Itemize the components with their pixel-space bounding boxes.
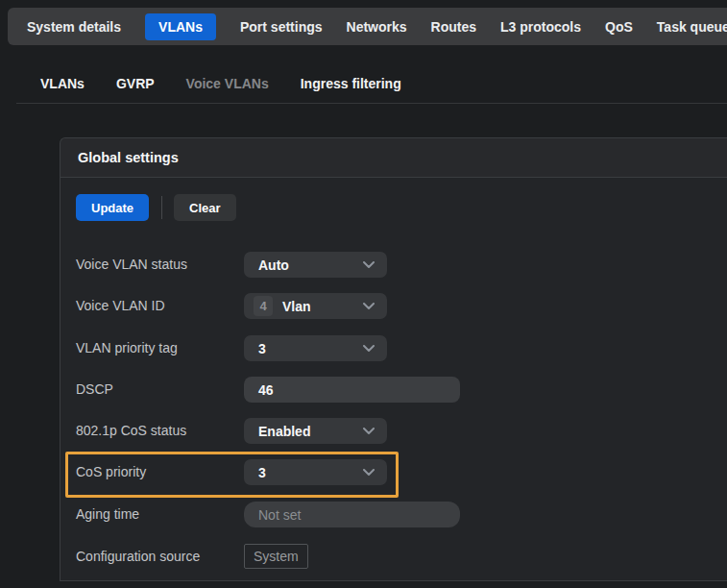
select-value: Vlan bbox=[282, 299, 311, 314]
tab-system-details[interactable]: System details bbox=[27, 19, 121, 35]
row-aging-time: Aging time Not set bbox=[76, 502, 727, 527]
field-label: Voice VLAN ID bbox=[76, 293, 165, 319]
sub-navigation: VLANs GVRP Voice VLANs Ingress filtering bbox=[40, 76, 401, 91]
tab-networks[interactable]: Networks bbox=[347, 19, 407, 35]
row-voice-vlan-id: Voice VLAN ID 4 Vlan bbox=[76, 293, 727, 319]
field-label: 802.1p CoS status bbox=[76, 418, 186, 444]
top-navigation: System details VLANs Port settings Netwo… bbox=[8, 8, 727, 45]
configuration-source-value: System bbox=[244, 544, 308, 569]
subtab-ingress-filtering[interactable]: Ingress filtering bbox=[301, 76, 401, 91]
button-separator bbox=[161, 196, 162, 219]
field-label: Configuration source bbox=[76, 544, 200, 570]
tab-task-queue[interactable]: Task queue bbox=[657, 19, 727, 35]
dscp-input[interactable]: 46 bbox=[244, 377, 460, 403]
panel-body: Update Clear Voice VLAN status Auto Voic… bbox=[60, 178, 727, 581]
voice-vlan-status-select[interactable]: Auto bbox=[244, 252, 387, 278]
subtab-gvrp[interactable]: GVRP bbox=[116, 76, 155, 91]
aging-time-input[interactable]: Not set bbox=[244, 502, 460, 527]
field-label: Voice VLAN status bbox=[76, 252, 187, 278]
cos-status-select[interactable]: Enabled bbox=[244, 418, 387, 444]
vlan-priority-tag-select[interactable]: 3 bbox=[244, 335, 387, 361]
select-value: 3 bbox=[258, 465, 266, 480]
subnav-divider bbox=[16, 103, 727, 104]
tab-l3-protocols[interactable]: L3 protocols bbox=[500, 19, 581, 35]
cos-priority-select[interactable]: 3 bbox=[244, 459, 387, 485]
panel-header: Global settings bbox=[60, 137, 727, 178]
tab-routes[interactable]: Routes bbox=[431, 19, 476, 35]
panel-title: Global settings bbox=[78, 150, 179, 165]
subtab-vlans[interactable]: VLANs bbox=[40, 76, 85, 91]
vlan-id-badge: 4 bbox=[254, 296, 273, 316]
field-label: Aging time bbox=[76, 502, 139, 527]
select-value: Enabled bbox=[258, 424, 310, 439]
select-value: Auto bbox=[258, 257, 289, 273]
update-button[interactable]: Update bbox=[76, 194, 149, 221]
voice-vlan-id-select[interactable]: 4 Vlan bbox=[244, 293, 387, 319]
row-voice-vlan-status: Voice VLAN status Auto bbox=[76, 252, 727, 278]
row-configuration-source: Configuration source System bbox=[76, 544, 727, 570]
field-label: CoS priority bbox=[76, 459, 146, 485]
row-cos-status: 802.1p CoS status Enabled bbox=[76, 418, 727, 444]
tab-vlans[interactable]: VLANs bbox=[145, 13, 216, 40]
input-value: 46 bbox=[258, 382, 274, 398]
tab-qos[interactable]: QoS bbox=[605, 19, 633, 35]
subtab-voice-vlans[interactable]: Voice VLANs bbox=[186, 76, 269, 91]
chevron-down-icon bbox=[363, 261, 375, 269]
chevron-down-icon bbox=[363, 303, 375, 310]
select-value: 3 bbox=[258, 341, 266, 356]
global-settings-panel: Global settings Update Clear Voice VLAN … bbox=[60, 137, 727, 581]
chevron-down-icon bbox=[363, 469, 375, 477]
row-dscp: DSCP 46 bbox=[76, 377, 727, 403]
field-label: VLAN priority tag bbox=[76, 335, 178, 361]
clear-button[interactable]: Clear bbox=[174, 194, 236, 221]
action-buttons: Update Clear bbox=[76, 194, 236, 221]
input-placeholder: Not set bbox=[258, 507, 301, 523]
chevron-down-icon bbox=[363, 345, 375, 353]
readonly-value: System bbox=[254, 549, 299, 564]
row-vlan-priority-tag: VLAN priority tag 3 bbox=[76, 335, 727, 361]
chevron-down-icon bbox=[363, 428, 375, 435]
row-cos-priority: CoS priority 3 bbox=[76, 459, 727, 485]
field-label: DSCP bbox=[76, 377, 113, 403]
tab-port-settings[interactable]: Port settings bbox=[240, 19, 323, 35]
